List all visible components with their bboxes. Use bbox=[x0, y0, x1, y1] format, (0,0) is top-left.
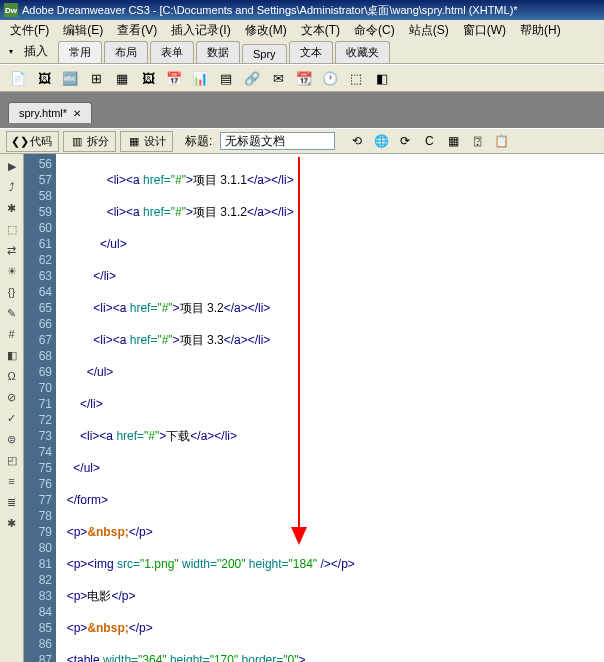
menu-view[interactable]: 查看(V) bbox=[111, 20, 163, 41]
media-icon[interactable]: 🖼 bbox=[138, 68, 158, 88]
view-options-icon[interactable]: ▦ bbox=[443, 131, 463, 151]
chevron-down-icon[interactable]: ▾ bbox=[4, 45, 18, 59]
wrap-tag-icon[interactable]: ◧ bbox=[3, 347, 21, 363]
refresh-icon[interactable]: ⟲ bbox=[347, 131, 367, 151]
split-label: 拆分 bbox=[87, 134, 109, 149]
email-icon[interactable]: ✉ bbox=[268, 68, 288, 88]
design-icon: ▦ bbox=[127, 134, 141, 148]
tab-spry[interactable]: Spry bbox=[242, 44, 287, 63]
hash-icon[interactable]: # bbox=[3, 326, 21, 342]
outdent-icon[interactable]: ≣ bbox=[3, 494, 21, 510]
menu-file[interactable]: 文件(F) bbox=[4, 20, 55, 41]
tab-data[interactable]: 数据 bbox=[196, 41, 240, 63]
tab-layout[interactable]: 布局 bbox=[104, 41, 148, 63]
text-icon[interactable]: 🔤 bbox=[60, 68, 80, 88]
syntax-error-icon[interactable]: ⊜ bbox=[3, 431, 21, 447]
template-icon[interactable]: ⬚ bbox=[346, 68, 366, 88]
tab-forms[interactable]: 表单 bbox=[150, 41, 194, 63]
comment-icon[interactable]: ▤ bbox=[216, 68, 236, 88]
time-icon[interactable]: 🕐 bbox=[320, 68, 340, 88]
server-icon[interactable]: 📊 bbox=[190, 68, 210, 88]
menu-commands[interactable]: 命令(C) bbox=[348, 20, 401, 41]
design-view-button[interactable]: ▦ 设计 bbox=[120, 131, 173, 152]
tab-favorites[interactable]: 收藏夹 bbox=[335, 41, 390, 63]
collapse-icon[interactable]: ⤴ bbox=[3, 179, 21, 195]
close-icon[interactable]: ✕ bbox=[73, 108, 81, 119]
doc-toolbar-icons: ⟲ 🌐 ⟳ C ▦ ⍰ 📋 bbox=[347, 131, 511, 151]
menu-site[interactable]: 站点(S) bbox=[403, 20, 455, 41]
recent-snippets-icon[interactable]: Ω bbox=[3, 368, 21, 384]
apply-comment-icon[interactable]: ✎ bbox=[3, 305, 21, 321]
insert-label: 插入 bbox=[24, 43, 48, 60]
split-view-button[interactable]: ▥ 拆分 bbox=[63, 131, 116, 152]
insert-bar: ▾ 插入 常用 布局 表单 数据 Spry 文本 收藏夹 bbox=[0, 40, 604, 64]
menu-insert[interactable]: 插入记录(I) bbox=[165, 20, 236, 41]
balance-braces-icon[interactable]: ⇄ bbox=[3, 242, 21, 258]
doc-tab-label: spry.html* bbox=[19, 107, 67, 119]
insert-icons: 📄 🖼 🔤 ⊞ ▦ 🖼 📅 📊 ▤ 🔗 ✉ 📆 🕐 ⬚ ◧ bbox=[0, 64, 604, 92]
calendar-icon[interactable]: 📆 bbox=[294, 68, 314, 88]
snippets-icon[interactable]: ✱ bbox=[3, 515, 21, 531]
code-vtoolbar: ▶ ⤴ ✱ ⬚ ⇄ ☀ {} ✎ # ◧ Ω ⊘ ✓ ⊜ ◰ ≡ ≣ ✱ bbox=[0, 154, 24, 662]
view-toolbar: ❮❯ 代码 ▥ 拆分 ▦ 设计 标题: ⟲ 🌐 ⟳ C ▦ ⍰ 📋 bbox=[0, 128, 604, 154]
tag-icon[interactable]: ◧ bbox=[372, 68, 392, 88]
line-numbers-icon[interactable]: ☀ bbox=[3, 263, 21, 279]
code-view-button[interactable]: ❮❯ 代码 bbox=[6, 131, 59, 152]
menu-edit[interactable]: 编辑(E) bbox=[57, 20, 109, 41]
tab-common[interactable]: 常用 bbox=[58, 41, 102, 63]
title-input[interactable] bbox=[220, 132, 335, 150]
code-icon: ❮❯ bbox=[13, 134, 27, 148]
open-docs-icon[interactable]: ▶ bbox=[3, 158, 21, 174]
code-nav-icon[interactable]: ◰ bbox=[3, 452, 21, 468]
line-gutter: 5657585960616263646566676869707172737475… bbox=[24, 154, 56, 662]
menu-modify[interactable]: 修改(M) bbox=[239, 20, 293, 41]
table-icon[interactable]: ⊞ bbox=[86, 68, 106, 88]
remove-comment-icon[interactable]: ⊘ bbox=[3, 389, 21, 405]
format-source-icon[interactable]: {} bbox=[3, 284, 21, 300]
design-label: 设计 bbox=[144, 134, 166, 149]
validate-markup-icon[interactable]: ✓ bbox=[3, 410, 21, 426]
reload-icon[interactable]: ⟳ bbox=[395, 131, 415, 151]
div-icon[interactable]: ▦ bbox=[112, 68, 132, 88]
image-icon[interactable]: 🖼 bbox=[34, 68, 54, 88]
check-page-icon[interactable]: 📋 bbox=[491, 131, 511, 151]
code-label: 代码 bbox=[30, 134, 52, 149]
date-icon[interactable]: 📅 bbox=[164, 68, 184, 88]
split-icon: ▥ bbox=[70, 134, 84, 148]
select-parent-icon[interactable]: ⬚ bbox=[3, 221, 21, 237]
link-icon[interactable]: 🔗 bbox=[242, 68, 262, 88]
highlight-icon[interactable]: ✱ bbox=[3, 200, 21, 216]
code-area[interactable]: <li><a href="#">项目 3.1.1</a></li> <li><a… bbox=[56, 154, 604, 662]
document-tab[interactable]: spry.html* ✕ bbox=[8, 102, 92, 123]
titlebar: Dw Adobe Dreamweaver CS3 - [C:\Documents… bbox=[0, 0, 604, 20]
indent-icon[interactable]: ≡ bbox=[3, 473, 21, 489]
title-text: Adobe Dreamweaver CS3 - [C:\Documents an… bbox=[22, 3, 518, 18]
menu-help[interactable]: 帮助(H) bbox=[514, 20, 567, 41]
title-label: 标题: bbox=[185, 133, 212, 150]
document-tabs: spry.html* ✕ bbox=[0, 92, 604, 128]
menu-text[interactable]: 文本(T) bbox=[295, 20, 346, 41]
code-editor: ▶ ⤴ ✱ ⬚ ⇄ ☀ {} ✎ # ◧ Ω ⊘ ✓ ⊜ ◰ ≡ ≣ ✱ 565… bbox=[0, 154, 604, 662]
app-icon: Dw bbox=[4, 3, 18, 17]
menubar: 文件(F) 编辑(E) 查看(V) 插入记录(I) 修改(M) 文本(T) 命令… bbox=[0, 20, 604, 40]
hyperlink-icon[interactable]: 📄 bbox=[8, 68, 28, 88]
visual-aids-icon[interactable]: ⍰ bbox=[467, 131, 487, 151]
insert-tabs: 常用 布局 表单 数据 Spry 文本 收藏夹 bbox=[54, 41, 392, 63]
validate-icon[interactable]: C bbox=[419, 131, 439, 151]
menu-window[interactable]: 窗口(W) bbox=[457, 20, 512, 41]
globe-icon[interactable]: 🌐 bbox=[371, 131, 391, 151]
tab-text[interactable]: 文本 bbox=[289, 41, 333, 63]
